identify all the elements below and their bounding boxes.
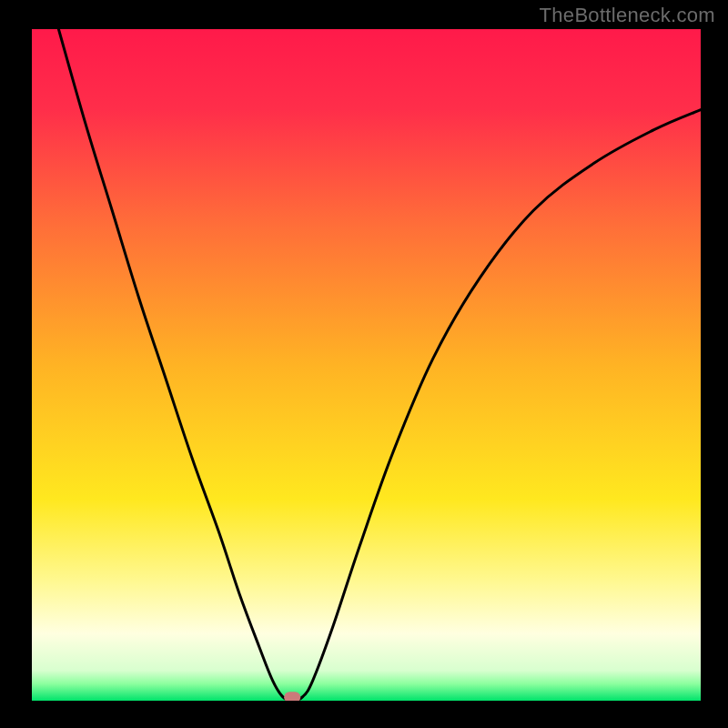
plot-area: [32, 29, 701, 701]
bottleneck-chart: [0, 0, 728, 728]
watermark-text: TheBottleneck.com: [540, 4, 715, 27]
chart-frame: TheBottleneck.com: [0, 0, 728, 728]
